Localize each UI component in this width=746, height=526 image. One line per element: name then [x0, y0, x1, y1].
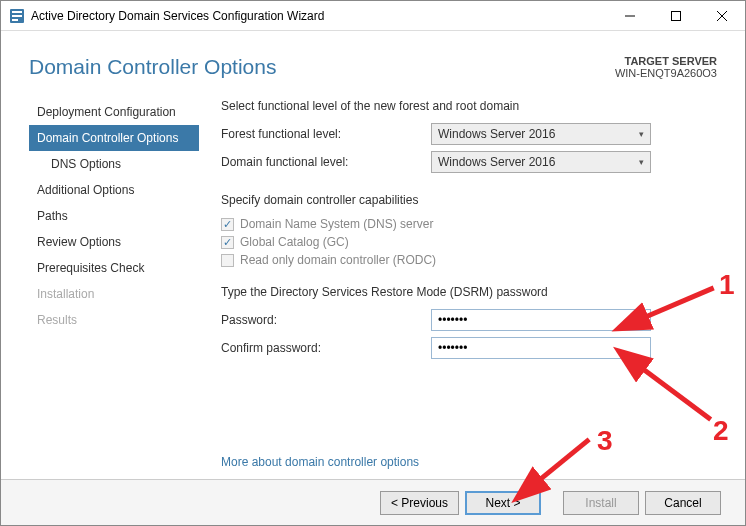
page-title: Domain Controller Options	[29, 55, 276, 79]
dns-checkbox-label: Domain Name System (DNS) server	[240, 217, 433, 231]
forest-level-dropdown[interactable]: Windows Server 2016 ▾	[431, 123, 651, 145]
gc-checkbox-row: ✓ Global Catalog (GC)	[221, 235, 717, 249]
sidebar-item-paths[interactable]: Paths	[29, 203, 199, 229]
svg-rect-1	[12, 11, 22, 13]
gc-checkbox: ✓	[221, 236, 234, 249]
functional-level-heading: Select functional level of the new fores…	[221, 99, 717, 113]
sidebar-item-dns-options[interactable]: DNS Options	[29, 151, 199, 177]
sidebar-item-additional[interactable]: Additional Options	[29, 177, 199, 203]
sidebar-item-dc-options[interactable]: Domain Controller Options	[29, 125, 199, 151]
rodc-checkbox-row: Read only domain controller (RODC)	[221, 253, 717, 267]
rodc-checkbox	[221, 254, 234, 267]
chevron-down-icon: ▾	[639, 157, 644, 167]
dns-checkbox: ✓	[221, 218, 234, 231]
target-server: TARGET SERVER WIN-ENQT9A260O3	[615, 55, 717, 79]
window-title: Active Directory Domain Services Configu…	[31, 9, 607, 23]
domain-label: Domain functional level:	[221, 155, 431, 169]
forest-level-value: Windows Server 2016	[438, 127, 555, 141]
rodc-checkbox-label: Read only domain controller (RODC)	[240, 253, 436, 267]
target-server-label: TARGET SERVER	[615, 55, 717, 67]
capabilities-heading: Specify domain controller capabilities	[221, 193, 717, 207]
maximize-button[interactable]	[653, 1, 699, 30]
sidebar: Deployment Configuration Domain Controll…	[29, 91, 199, 479]
dsrm-heading: Type the Directory Services Restore Mode…	[221, 285, 717, 299]
wizard-window: Active Directory Domain Services Configu…	[0, 0, 746, 526]
app-icon	[9, 8, 25, 24]
sidebar-item-results: Results	[29, 307, 199, 333]
forest-row: Forest functional level: Windows Server …	[221, 123, 717, 145]
header: Domain Controller Options TARGET SERVER …	[1, 31, 745, 89]
cancel-button[interactable]: Cancel	[645, 491, 721, 515]
body: Deployment Configuration Domain Controll…	[1, 89, 745, 479]
gc-checkbox-label: Global Catalog (GC)	[240, 235, 349, 249]
previous-button[interactable]: < Previous	[380, 491, 459, 515]
dns-checkbox-row: ✓ Domain Name System (DNS) server	[221, 217, 717, 231]
content: Select functional level of the new fores…	[199, 91, 717, 479]
chevron-down-icon: ▾	[639, 129, 644, 139]
forest-label: Forest functional level:	[221, 127, 431, 141]
svg-rect-5	[672, 11, 681, 20]
password-label: Password:	[221, 313, 431, 327]
password-row: Password:	[221, 309, 717, 331]
minimize-button[interactable]	[607, 1, 653, 30]
sidebar-item-review[interactable]: Review Options	[29, 229, 199, 255]
next-button[interactable]: Next >	[465, 491, 541, 515]
domain-level-dropdown[interactable]: Windows Server 2016 ▾	[431, 151, 651, 173]
svg-rect-3	[12, 19, 18, 21]
confirm-row: Confirm password:	[221, 337, 717, 359]
confirm-password-input[interactable]	[431, 337, 651, 359]
window-controls	[607, 1, 745, 30]
install-button: Install	[563, 491, 639, 515]
titlebar: Active Directory Domain Services Configu…	[1, 1, 745, 31]
footer: < Previous Next > Install Cancel	[1, 479, 745, 525]
close-button[interactable]	[699, 1, 745, 30]
more-link[interactable]: More about domain controller options	[221, 455, 717, 469]
sidebar-item-prereq[interactable]: Prerequisites Check	[29, 255, 199, 281]
domain-row: Domain functional level: Windows Server …	[221, 151, 717, 173]
sidebar-item-installation: Installation	[29, 281, 199, 307]
sidebar-item-deployment[interactable]: Deployment Configuration	[29, 99, 199, 125]
confirm-label: Confirm password:	[221, 341, 431, 355]
password-input[interactable]	[431, 309, 651, 331]
svg-rect-2	[12, 15, 22, 17]
target-server-value: WIN-ENQT9A260O3	[615, 67, 717, 79]
domain-level-value: Windows Server 2016	[438, 155, 555, 169]
